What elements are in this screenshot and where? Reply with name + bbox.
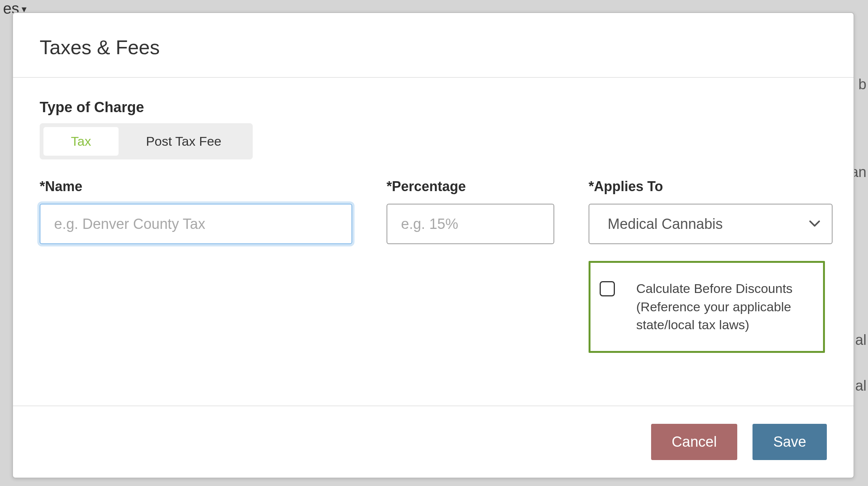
percentage-label: *Percentage — [387, 179, 554, 195]
name-field-group: *Name — [40, 179, 352, 244]
applies-to-field-group: *Applies To Medical Cannabis Calculate B… — [589, 179, 833, 353]
percentage-field-group: *Percentage — [387, 179, 554, 244]
modal-title: Taxes & Fees — [40, 36, 827, 59]
calculate-before-discounts-checkbox[interactable] — [600, 281, 615, 296]
cancel-button[interactable]: Cancel — [651, 424, 737, 460]
charge-type-post-tax-fee[interactable]: Post Tax Fee — [119, 127, 249, 156]
name-label: *Name — [40, 179, 352, 195]
charge-type-tax[interactable]: Tax — [43, 127, 119, 156]
save-button[interactable]: Save — [752, 424, 827, 460]
percentage-input[interactable] — [387, 204, 554, 244]
modal-header: Taxes & Fees — [13, 13, 854, 78]
applies-to-select[interactable]: Medical Cannabis — [589, 204, 833, 244]
modal-body: Type of Charge Tax Post Tax Fee *Name *P… — [13, 78, 854, 406]
taxes-fees-modal: Taxes & Fees Type of Charge Tax Post Tax… — [12, 12, 854, 478]
calculate-before-discounts-box: Calculate Before Discounts (Reference yo… — [589, 261, 825, 353]
calculate-before-discounts-label: Calculate Before Discounts (Reference yo… — [636, 280, 809, 334]
applies-to-label: *Applies To — [589, 179, 833, 195]
type-of-charge-label: Type of Charge — [40, 99, 827, 116]
form-row: *Name *Percentage *Applies To Medical Ca… — [40, 179, 827, 353]
type-of-charge-toggle: Tax Post Tax Fee — [40, 123, 253, 159]
modal-footer: Cancel Save — [13, 406, 854, 478]
name-input[interactable] — [40, 204, 352, 244]
